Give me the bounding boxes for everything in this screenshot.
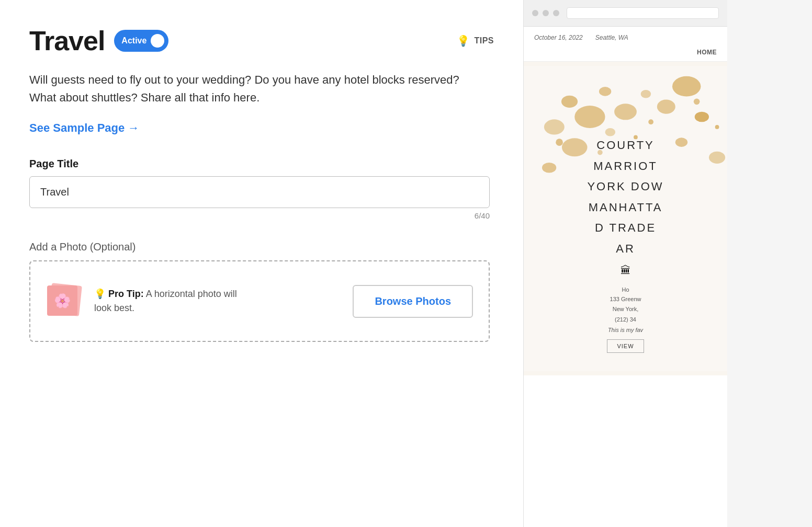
page-heading: Travel <box>29 25 105 56</box>
svg-point-1 <box>672 76 701 97</box>
preview-desc: This is my fav <box>529 327 722 333</box>
tips-button[interactable]: 💡 TIPS <box>457 35 494 47</box>
svg-point-6 <box>599 87 611 96</box>
preview-panel: October 16, 2022 Seattle, WA HOME <box>523 0 727 527</box>
toggle-label: Active <box>121 36 146 45</box>
active-toggle[interactable]: Active <box>114 30 168 52</box>
preview-phone: (212) 34 <box>529 316 722 323</box>
header-row: Travel Active 💡 TIPS <box>29 25 494 56</box>
page-title-input[interactable] <box>29 176 490 208</box>
preview-view-btn[interactable]: VIEW <box>607 339 644 353</box>
svg-point-7 <box>574 106 605 128</box>
page-title-section: Page Title 6/40 <box>29 158 494 220</box>
preview-names: COURTY MARRIOT YORK DOW MANHATTA D TRADE… <box>529 135 722 259</box>
photo-placeholder-icon: 🌸 <box>46 282 84 320</box>
photo-left: 🌸 💡 Pro Tip: A horizontal photo will loo… <box>46 282 241 320</box>
page-title-label: Page Title <box>29 158 494 170</box>
svg-point-17 <box>694 98 700 105</box>
svg-point-3 <box>695 112 709 122</box>
browser-url-bar <box>567 7 719 19</box>
svg-point-2 <box>657 99 675 113</box>
svg-point-20 <box>715 125 719 129</box>
svg-point-9 <box>544 119 565 134</box>
browser-dot-2 <box>543 10 549 16</box>
main-panel: Travel Active 💡 TIPS Will guests need to… <box>0 0 523 527</box>
svg-point-8 <box>561 96 578 108</box>
preview-nav: HOME <box>524 47 727 62</box>
browser-dot-1 <box>532 10 538 16</box>
description-text: Will guests need to fly out to your wedd… <box>29 71 479 107</box>
sample-page-link[interactable]: See Sample Page → <box>29 121 139 135</box>
preview-hero: COURTY MARRIOT YORK DOW MANHATTA D TRADE… <box>524 62 727 375</box>
preview-text-overlay: COURTY MARRIOT YORK DOW MANHATTA D TRADE… <box>524 135 727 353</box>
preview-venue-icon: 🏛 <box>529 265 722 277</box>
tips-icon: 💡 <box>457 35 470 47</box>
browser-dot-3 <box>553 10 559 16</box>
browse-photos-button[interactable]: Browse Photos <box>353 285 473 318</box>
svg-point-15 <box>648 119 653 124</box>
preview-content: October 16, 2022 Seattle, WA HOME <box>524 27 727 375</box>
preview-address: Ho 133 Greenw New York, <box>529 285 722 314</box>
preview-date: October 16, 2022 <box>534 34 583 41</box>
tips-label: TIPS <box>474 36 494 45</box>
photo-section: Add a Photo (Optional) 🌸 💡 Pro Tip: A ho… <box>29 241 494 342</box>
pro-tip-text: 💡 Pro Tip: A horizontal photo will look … <box>94 287 241 315</box>
photo-section-label: Add a Photo (Optional) <box>29 241 494 253</box>
title-toggle: Travel Active <box>29 25 168 56</box>
preview-location: Seattle, WA <box>595 34 628 41</box>
preview-date-location: October 16, 2022 Seattle, WA <box>524 27 727 47</box>
photo-drop-area[interactable]: 🌸 💡 Pro Tip: A horizontal photo will loo… <box>29 260 490 342</box>
toggle-circle <box>151 34 164 48</box>
svg-point-4 <box>641 90 651 98</box>
char-count: 6/40 <box>29 211 490 220</box>
svg-point-5 <box>614 104 637 120</box>
browser-bar <box>524 0 727 27</box>
